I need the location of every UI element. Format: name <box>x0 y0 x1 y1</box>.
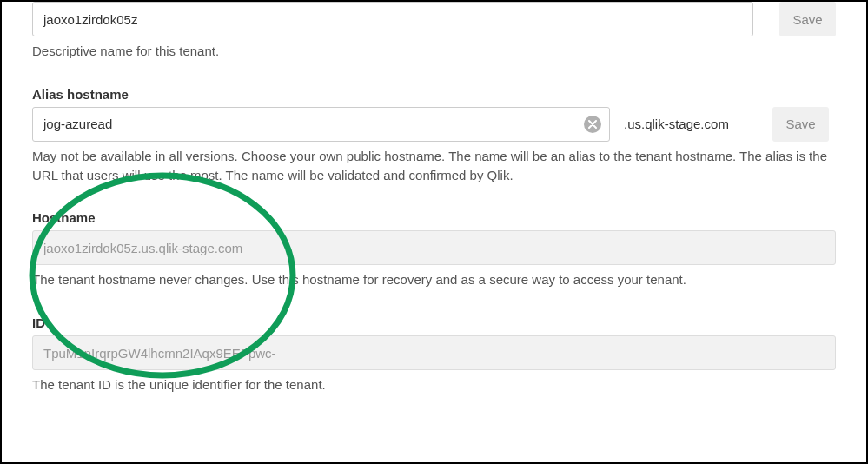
tenant-name-group: Save Descriptive name for this tenant. <box>32 2 836 61</box>
alias-hostname-input[interactable] <box>32 107 610 142</box>
id-label: ID <box>32 315 836 330</box>
id-help: The tenant ID is the unique identifier f… <box>32 375 836 394</box>
hostname-group: Hostname The tenant hostname never chang… <box>32 210 836 289</box>
alias-hostname-group: Alias hostname .us.qlik-stage.com Save M… <box>32 87 836 185</box>
alias-hostname-suffix: .us.qlik-stage.com <box>624 116 759 131</box>
save-name-button[interactable]: Save <box>779 2 836 36</box>
tenant-name-help: Descriptive name for this tenant. <box>32 42 836 61</box>
tenant-name-input[interactable] <box>32 2 753 36</box>
alias-hostname-label: Alias hostname <box>32 87 836 102</box>
hostname-help: The tenant hostname never changes. Use t… <box>32 270 836 289</box>
hostname-input <box>32 230 836 265</box>
alias-hostname-help: May not be available in all versions. Ch… <box>32 147 836 185</box>
tenant-id-input <box>32 335 836 370</box>
save-alias-button[interactable]: Save <box>772 107 829 142</box>
close-circle-icon <box>588 120 597 129</box>
clear-alias-button[interactable] <box>584 116 601 133</box>
hostname-label: Hostname <box>32 210 836 225</box>
id-group: ID The tenant ID is the unique identifie… <box>32 315 836 394</box>
